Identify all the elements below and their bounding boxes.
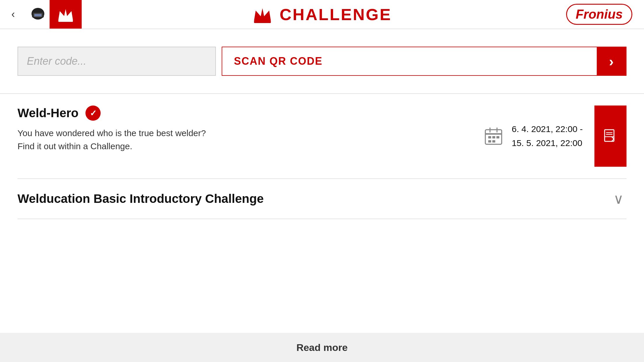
- svg-rect-5: [58, 20, 73, 22]
- calendar-icon: [484, 127, 503, 145]
- challenge-action-button[interactable]: [594, 106, 626, 167]
- svg-rect-13: [492, 136, 495, 138]
- header-title: CHALLENGE: [280, 5, 392, 24]
- challenge-desc: You have wondered who is the true best w…: [18, 126, 473, 153]
- challenge-desc-line2: Find it out within a Challenge.: [18, 141, 132, 151]
- challenge-title-row: Weld-Hero ✓: [18, 106, 473, 121]
- back-button[interactable]: ‹: [0, 0, 26, 29]
- back-arrow-icon: ‹: [11, 8, 15, 20]
- svg-rect-17: [605, 130, 614, 141]
- fronius-logo-text: Fronius: [566, 4, 632, 25]
- svg-rect-3: [34, 14, 41, 16]
- svg-marker-4: [58, 9, 73, 20]
- header-center: CHALLENGE: [252, 5, 392, 24]
- helmet-icon: [29, 6, 47, 23]
- calendar-icon-area: [484, 127, 503, 145]
- svg-rect-16: [492, 140, 495, 143]
- checkmark-icon: ✓: [90, 108, 97, 118]
- svg-rect-9: [485, 133, 502, 135]
- read-more-label: Read more: [296, 342, 348, 353]
- challenge-date-line2: 15. 5. 2021, 22:00: [512, 138, 582, 148]
- challenge-action-icon: [603, 129, 618, 144]
- svg-rect-14: [496, 136, 499, 138]
- header-left: ‹: [0, 0, 82, 29]
- svg-rect-15: [488, 140, 491, 143]
- header: ‹ CHALLENGE: [0, 0, 644, 29]
- svg-rect-12: [488, 136, 491, 138]
- challenge-item-content: Weld-Hero ✓ You have wondered who is the…: [18, 106, 473, 153]
- crown-icon-white: [57, 7, 74, 22]
- join-icon: [603, 129, 618, 144]
- challenge-item-weld-hero: Weld-Hero ✓ You have wondered who is the…: [18, 94, 626, 179]
- scan-qr-arrow-box: ›: [597, 47, 626, 76]
- challenge-date-line1: 6. 4. 2021, 22:00 -: [512, 124, 583, 134]
- challenge-desc-line1: You have wondered who is the true best w…: [18, 128, 206, 138]
- read-more-bar[interactable]: Read more: [0, 333, 644, 362]
- svg-marker-6: [254, 8, 271, 21]
- scan-qr-button[interactable]: SCAN QR CODE ›: [222, 47, 626, 76]
- svg-rect-7: [254, 21, 271, 23]
- crown-red-box: [50, 0, 82, 29]
- completed-badge: ✓: [85, 106, 101, 121]
- challenge-item-welducation[interactable]: Welducation Basic Introductory Challenge…: [18, 179, 626, 219]
- challenge-dates: 6. 4. 2021, 22:00 - 15. 5. 2021, 22:00: [512, 122, 583, 150]
- scan-qr-label: SCAN QR CODE: [234, 55, 323, 67]
- challenge-title-welducation: Welducation Basic Introductory Challenge: [18, 192, 264, 206]
- challenge-meta: 6. 4. 2021, 22:00 - 15. 5. 2021, 22:00: [473, 122, 594, 150]
- fronius-logo: Fronius: [566, 4, 632, 25]
- scan-qr-arrow-icon: ›: [609, 53, 614, 69]
- code-row: SCAN QR CODE ›: [18, 47, 626, 76]
- challenge-list: Weld-Hero ✓ You have wondered who is the…: [18, 94, 626, 219]
- challenge-title-weld-hero: Weld-Hero: [18, 106, 78, 120]
- helmet-icon-area: [26, 0, 50, 29]
- main-content: SCAN QR CODE › Weld-Hero ✓ You have wond…: [0, 29, 644, 219]
- code-input[interactable]: [18, 47, 216, 76]
- chevron-down-icon: ∨: [613, 191, 626, 207]
- header-crown-icon: [252, 6, 273, 23]
